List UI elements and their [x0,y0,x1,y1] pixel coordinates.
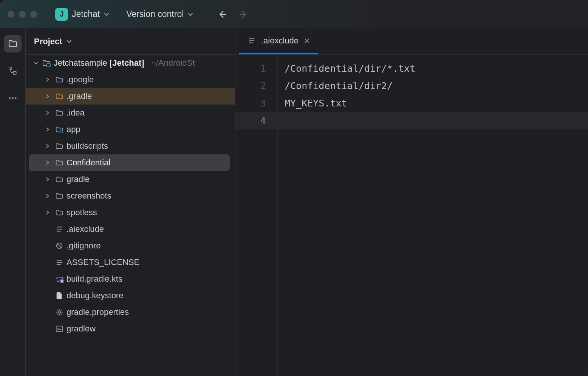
tree-node[interactable]: .gitignore [26,237,235,254]
project-name: Jetchat [72,9,100,19]
tree-node-label: ASSETS_LICENSE [67,257,139,267]
tree-node[interactable]: .aiexclude [26,221,235,237]
structure-icon [8,66,18,76]
window-zoom-button[interactable] [30,11,37,18]
project-panel-title: Project [34,37,62,46]
svg-point-4 [15,97,16,99]
tree-node-label: Confidential [67,158,110,168]
folder-icon [54,109,64,117]
tree-node-label: .gitignore [67,241,101,251]
shell-file-icon [54,325,64,333]
module-icon [54,125,64,134]
text-file-icon [54,225,64,233]
chevron-right-icon[interactable] [43,110,52,116]
editor-tab-label: .aiexclude [261,36,299,46]
gradle-kts-icon: K [54,275,64,283]
tree-root-module: [Jetchat] [110,58,144,68]
chevron-down-icon[interactable] [32,60,39,66]
chevron-right-icon[interactable] [43,210,52,215]
chevron-down-icon [104,11,110,17]
svg-rect-1 [13,71,16,74]
tree-node-label: buildscripts [67,141,108,151]
svg-point-10 [58,311,60,313]
folder-brown-icon [54,92,64,100]
project-tree[interactable]: Jetchatsample [Jetchat] ~/AndroidSt.goog… [26,55,235,376]
tree-node[interactable]: .gradle [26,88,235,105]
tree-node[interactable]: Kbuild.gradle.kts [26,271,235,287]
nav-forward-button[interactable] [238,9,249,20]
tree-node[interactable]: debug.keystore [26,287,235,304]
project-tool-button[interactable] [4,35,22,52]
tree-node[interactable]: screenshots [26,188,235,204]
editor-tab-aiexclude[interactable]: .aiexclude [239,28,318,54]
chevron-right-icon[interactable] [43,193,52,199]
code-line[interactable]: /Confidential/dir/*.txt [285,60,588,77]
version-control-label: Version control [126,9,184,19]
code-line[interactable]: MY_KEYS.txt [285,95,588,112]
tree-node[interactable]: spotless [26,204,235,221]
svg-rect-5 [47,63,50,67]
tree-node-label: .google [67,75,94,85]
code-line[interactable]: /Confidential/dir2/ [285,77,588,95]
window-close-button[interactable] [8,11,14,18]
version-control-menu[interactable]: Version control [126,9,193,19]
svg-rect-11 [56,326,63,332]
tree-node-label: build.gradle.kts [67,274,122,284]
tree-node-label: .idea [67,108,85,118]
chevron-right-icon[interactable] [43,143,52,149]
tree-node[interactable]: gradle [26,171,235,188]
tree-root-path: ~/AndroidSt [147,58,195,68]
chevron-right-icon[interactable] [43,77,52,82]
tree-node[interactable]: app [26,121,235,138]
tree-node-label: gradle [67,174,90,184]
structure-tool-button[interactable] [4,62,22,80]
project-panel-header[interactable]: Project [26,28,235,55]
chevron-right-icon[interactable] [43,127,52,132]
tree-node[interactable]: Confidential [29,154,230,171]
tree-node[interactable]: gradlew [26,321,235,337]
editor-code[interactable]: /Confidential/dir/*.txt/Confidential/dir… [278,55,588,376]
close-tab-button[interactable] [304,38,310,44]
nav-back-button[interactable] [217,9,227,20]
tool-window-bar [0,28,26,376]
project-root-icon [42,59,51,68]
tree-root[interactable]: Jetchatsample [Jetchat] ~/AndroidSt [26,55,235,71]
tree-node[interactable]: ASSETS_LICENSE [26,254,235,271]
tree-node-label: screenshots [67,191,111,201]
tree-node-label: .aiexclude [67,224,104,234]
tree-node[interactable]: gradle.properties [26,304,235,321]
folder-icon [54,76,64,84]
chevron-right-icon[interactable] [43,160,52,165]
tree-node-label: debug.keystore [67,291,123,300]
text-file-icon [54,258,64,267]
folder-icon [54,192,64,200]
code-line[interactable] [278,112,588,129]
folder-icon [54,175,64,183]
folder-icon [8,39,18,49]
gutter-line-number: 1 [235,60,266,77]
ignore-file-icon [54,242,64,250]
tree-node[interactable]: .google [26,71,235,88]
chevron-right-icon[interactable] [43,94,52,99]
editor-gutter: 1234 [235,55,278,376]
gutter-line-number: 4 [235,112,277,129]
svg-rect-6 [60,130,63,133]
tree-node-label: .gradle [67,91,92,101]
svg-point-3 [12,97,13,99]
editor-tabs: .aiexclude [235,28,588,55]
folder-icon [54,159,64,167]
tree-node[interactable]: .idea [26,105,235,121]
window-minimize-button[interactable] [19,11,26,18]
tree-root-name: Jetchatsample [54,58,107,68]
tree-node-label: gradle.properties [67,307,129,317]
text-file-icon [248,37,256,45]
project-badge-icon: J [55,8,68,21]
chevron-right-icon[interactable] [43,177,52,182]
folder-icon [54,208,64,217]
editor-body[interactable]: 1234 /Confidential/dir/*.txt/Confidentia… [235,55,588,376]
more-tool-button[interactable] [4,89,22,107]
tree-node[interactable]: buildscripts [26,138,235,154]
project-selector[interactable]: J Jetchat [55,8,110,21]
gutter-line-number: 3 [235,95,266,112]
chevron-down-icon [187,11,193,17]
